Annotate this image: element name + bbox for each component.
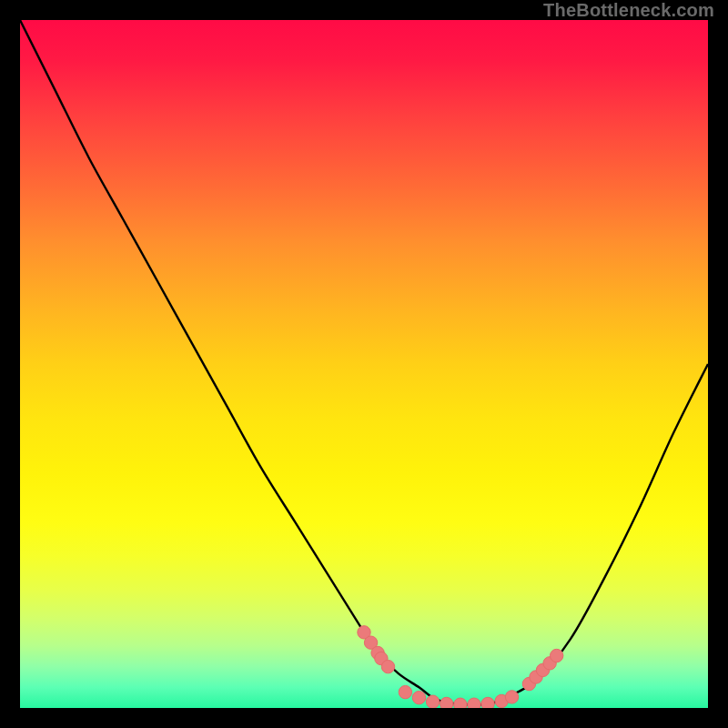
data-marker <box>381 660 394 672</box>
plot-area <box>20 20 708 708</box>
chart-frame: TheBottleneck.com <box>0 0 728 728</box>
data-marker <box>440 697 453 708</box>
data-marker <box>399 685 411 698</box>
data-marker <box>426 695 439 708</box>
chart-svg <box>20 20 708 708</box>
bottleneck-curve <box>20 20 708 704</box>
data-marker <box>468 698 480 708</box>
data-marker <box>550 649 562 662</box>
data-marker <box>505 691 518 703</box>
data-markers <box>358 626 563 708</box>
data-marker <box>454 698 467 708</box>
data-marker <box>481 697 494 708</box>
data-marker <box>412 691 425 703</box>
watermark-text: TheBottleneck.com <box>543 0 714 21</box>
